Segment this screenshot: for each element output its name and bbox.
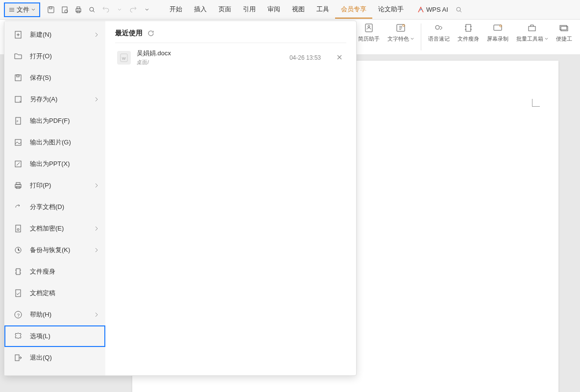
svg-rect-0 — [48, 7, 54, 13]
gear-icon — [13, 331, 23, 341]
ribbon-screen[interactable]: 屏幕录制 — [483, 20, 512, 54]
menu-new[interactable]: 新建(N) — [4, 24, 105, 46]
docx-file-icon: W — [117, 51, 131, 65]
svg-rect-35 — [16, 290, 21, 297]
zoom-icon[interactable] — [85, 3, 99, 17]
tab-tools[interactable]: 工具 — [311, 1, 335, 19]
save-as-icon — [13, 94, 23, 104]
person-icon — [363, 23, 374, 33]
undo-dropdown-icon[interactable] — [113, 3, 126, 17]
text-style-icon — [395, 23, 406, 33]
redo-icon[interactable] — [126, 3, 140, 17]
recent-title: 最近使用 — [115, 29, 143, 38]
toolbox-icon — [527, 23, 537, 33]
svg-text:?: ? — [17, 313, 20, 318]
ribbon-tabs: 开始 插入 页面 引用 审阅 视图 工具 会员专享 论文助手 — [164, 1, 410, 19]
tab-thesis[interactable]: 论文助手 — [372, 1, 410, 19]
svg-point-16 — [500, 25, 502, 27]
chevron-down-icon — [31, 8, 35, 12]
menu-icon — [9, 7, 15, 13]
svg-text:P: P — [17, 120, 19, 123]
chevron-right-icon — [95, 31, 98, 39]
print-icon[interactable] — [72, 3, 85, 17]
undo-icon[interactable] — [99, 3, 113, 17]
compress-icon — [13, 267, 23, 277]
menu-exit[interactable]: 退出(Q) — [4, 347, 105, 369]
backup-icon — [13, 245, 23, 255]
ribbon-batch[interactable]: 批量工具箱 — [512, 20, 552, 54]
close-icon[interactable] — [335, 51, 344, 64]
wps-ai-button[interactable]: WPS AI — [417, 6, 448, 13]
tab-start[interactable]: 开始 — [164, 1, 188, 19]
svg-rect-38 — [15, 355, 19, 361]
menu-save[interactable]: 保存(S) — [4, 67, 105, 89]
menu-options[interactable]: 选项(L) — [4, 325, 105, 347]
ribbon-resume[interactable]: 简历助手 — [354, 20, 384, 54]
chevron-right-icon — [95, 96, 98, 103]
menu-export-ppt[interactable]: 输出为PPT(X) — [4, 153, 105, 175]
microphone-icon — [434, 23, 444, 33]
chevron-right-icon — [95, 247, 98, 254]
svg-rect-34 — [16, 269, 20, 275]
menu-backup[interactable]: 备份与恢复(K) — [4, 239, 105, 261]
screen-record-icon — [492, 23, 503, 33]
help-icon: ? — [13, 310, 23, 320]
menu-encrypt[interactable]: 文档加密(E) — [4, 218, 105, 239]
chevron-right-icon — [95, 225, 98, 232]
more-dropdown-icon[interactable] — [140, 3, 154, 17]
menu-open[interactable]: 打开(O) — [4, 46, 105, 67]
recent-file-name: 吴娟娟.docx — [137, 49, 284, 58]
ribbon-slim[interactable]: 文件瘦身 — [454, 20, 483, 54]
pdf-icon: P — [13, 116, 23, 126]
svg-rect-5 — [77, 7, 80, 9]
ai-logo-icon — [417, 6, 424, 13]
tab-view[interactable]: 视图 — [286, 1, 311, 19]
wps-ai-label: WPS AI — [426, 6, 448, 13]
main-toolbar: 文件 开始 插入 页面 引用 审阅 视图 工具 会员专享 论文助手 WPS AI — [0, 0, 580, 20]
compress-icon — [463, 23, 474, 33]
image-icon — [13, 138, 23, 147]
recent-file-path: 桌面/ — [137, 59, 284, 66]
ppt-icon — [13, 159, 23, 169]
menu-print[interactable]: 打印(P) — [4, 175, 105, 196]
svg-text:W: W — [122, 56, 126, 61]
print-preview-icon[interactable] — [58, 3, 72, 17]
ribbon-textstyle[interactable]: 文字特色 — [384, 20, 418, 54]
search-icon[interactable] — [452, 3, 466, 17]
ribbon-voice[interactable]: 语音速记 — [424, 20, 454, 54]
tab-insert[interactable]: 插入 — [188, 1, 213, 19]
svg-rect-26 — [15, 139, 21, 145]
check-document-icon — [13, 288, 23, 298]
folder-open-icon — [13, 51, 23, 61]
menu-slimfile[interactable]: 文件瘦身 — [4, 261, 105, 282]
refresh-icon[interactable] — [147, 30, 154, 37]
menu-saveas[interactable]: 另存为(A) — [4, 89, 105, 110]
menu-share[interactable]: 分享文档(D) — [4, 196, 105, 218]
svg-point-32 — [17, 229, 19, 231]
ribbon-shortcut[interactable]: 便捷工 — [552, 20, 576, 54]
file-menu-label: 文件 — [17, 5, 29, 14]
menu-export-img[interactable]: 输出为图片(G) — [4, 132, 105, 153]
chevron-right-icon — [95, 311, 98, 319]
file-menu-button[interactable]: 文件 — [4, 2, 40, 17]
svg-point-8 — [457, 7, 460, 11]
svg-rect-21 — [15, 75, 21, 81]
svg-rect-15 — [494, 25, 502, 30]
svg-point-7 — [90, 7, 94, 11]
recent-file-item[interactable]: W 吴娟娟.docx 桌面/ 04-26 13:53 — [115, 43, 346, 72]
tab-member[interactable]: 会员专享 — [335, 1, 372, 19]
lock-icon — [13, 224, 23, 233]
save-icon[interactable] — [44, 3, 58, 17]
menu-finalize[interactable]: 文档定稿 — [4, 282, 105, 304]
tab-page[interactable]: 页面 — [213, 1, 237, 19]
save-icon — [13, 73, 23, 83]
share-icon — [13, 202, 23, 212]
recent-panel: 最近使用 W 吴娟娟.docx 桌面/ 04-26 13:53 — [105, 21, 356, 375]
menu-export-pdf[interactable]: P 输出为PDF(F) — [4, 110, 105, 132]
tab-reference[interactable]: 引用 — [237, 1, 262, 19]
menu-help[interactable]: ? 帮助(H) — [4, 304, 105, 325]
svg-point-13 — [435, 25, 439, 29]
tab-review[interactable]: 审阅 — [262, 1, 286, 19]
page-margin-marker — [532, 99, 540, 107]
printer-icon — [13, 181, 23, 190]
